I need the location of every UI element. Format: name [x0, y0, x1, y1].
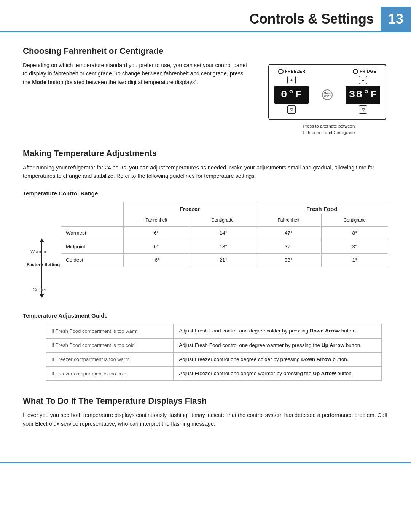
- colder-label: Colder: [33, 286, 46, 293]
- ff-f-header: Fahrenheit: [256, 214, 321, 227]
- freezer-arrows: ▲: [287, 76, 296, 84]
- table-row: Midpoint 0° -18° 37° 3°: [61, 240, 388, 253]
- page-title: Controls & Settings: [0, 9, 374, 29]
- freezer-group-header: Freezer: [124, 202, 256, 214]
- warmest-f2: 47°: [256, 227, 321, 240]
- section3-paragraph: If ever you you see both temperature dis…: [23, 411, 388, 428]
- fridge-down-arrow[interactable]: ▽: [359, 105, 367, 114]
- fridge-display-section: ▲ 38°F ▽: [346, 76, 380, 114]
- fridge-down-arrows: ▽: [359, 105, 367, 114]
- list-item: If Fresh Food compartment is too cold Ad…: [46, 338, 382, 352]
- adj-condition-4: If Freezer compartment is too cold: [46, 367, 174, 381]
- freezer-icon: [278, 69, 284, 74]
- list-item: If Fresh Food compartment is too warm Ad…: [46, 324, 382, 338]
- control-panel-area: FREEZER FRIDGE ▲ 0°F ▽: [266, 64, 388, 136]
- adj-condition-2: If Fresh Food compartment is too cold: [46, 338, 174, 352]
- table-row: Warmest 6° -14° 47° 8°: [61, 227, 388, 240]
- list-item: If Freezer compartment is too warm Adjus…: [46, 352, 382, 366]
- freshfood-group-header: Fresh Food: [256, 202, 388, 214]
- coldest-label: Coldest: [61, 253, 124, 267]
- freezer-down-arrow[interactable]: ▽: [287, 105, 296, 114]
- table-row: Coldest -6° -21° 33° 1°: [61, 253, 388, 267]
- section1-title: Choosing Fahrenheit or Centigrade: [23, 45, 388, 57]
- section3-title: What To Do If The Temperature Displays F…: [23, 395, 388, 407]
- panel-note-line1: Press to alternate between: [303, 124, 355, 128]
- freezer-label: FREEZER: [285, 69, 306, 74]
- page-header: Controls & Settings 13: [0, 0, 411, 32]
- mode-circle[interactable]: ModeC°/F°: [322, 89, 333, 100]
- midpoint-f1: 0°: [124, 240, 189, 253]
- factory-setting-label: Factory Setting: [27, 261, 60, 268]
- freezer-up-arrow[interactable]: ▲: [287, 76, 296, 84]
- midpoint-c1: -18°: [189, 240, 256, 253]
- adj-action-1: Adjust Fresh Food control one degree col…: [174, 324, 382, 338]
- adj-action-2: Adjust Fresh Food control one degree war…: [174, 338, 382, 352]
- midpoint-f2: 37°: [256, 240, 321, 253]
- page-number: 13: [381, 7, 411, 31]
- adj-action-3: Adjust Freezer control one degree colder…: [174, 352, 382, 366]
- subsection2-title: Temperature Adjustment Guide: [23, 312, 388, 320]
- adj-table: If Fresh Food compartment is too warm Ad…: [46, 324, 382, 381]
- section2-title: Making Temperature Adjustments: [23, 147, 388, 160]
- fridge-label: FRIDGE: [360, 69, 376, 74]
- warmest-f1: 6°: [124, 227, 189, 240]
- fridge-arrows: ▲: [359, 76, 367, 84]
- ff-c-header: Centigrade: [321, 214, 388, 227]
- list-item: If Freezer compartment is too cold Adjus…: [46, 367, 382, 381]
- fridge-screen: 38°F: [346, 86, 380, 104]
- fridge-label-item: FRIDGE: [353, 69, 376, 74]
- freezer-down-arrows: ▽: [287, 105, 296, 114]
- coldest-c1: -21°: [189, 253, 256, 267]
- freezer-display-section: ▲ 0°F ▽: [274, 76, 309, 114]
- arrow-column: Warmer Factory Setting Colder: [23, 202, 61, 301]
- control-panel: FREEZER FRIDGE ▲ 0°F ▽: [268, 64, 386, 120]
- warmer-label: Warmer: [30, 248, 46, 255]
- midpoint-label: Midpoint: [61, 240, 124, 253]
- table-section: Warmer Factory Setting Colder Freezer Fr…: [23, 202, 388, 301]
- freezer-label-item: FREEZER: [278, 69, 306, 74]
- temp-table: Freezer Fresh Food Fahrenheit Centigrade…: [61, 202, 388, 267]
- section1-body-area: Depending on which temperature standard …: [23, 61, 388, 136]
- midpoint-c2: 3°: [321, 240, 388, 253]
- fridge-up-arrow[interactable]: ▲: [359, 76, 367, 84]
- warmest-c1: -14°: [189, 227, 256, 240]
- panel-note-line2: Fahrenheit and Centigrade: [303, 130, 355, 135]
- adj-condition-1: If Fresh Food compartment is too warm: [46, 324, 174, 338]
- coldest-f2: 33°: [256, 253, 321, 267]
- section1-text: Depending on which temperature standard …: [23, 61, 251, 90]
- section1-paragraph: Depending on which temperature standard …: [23, 61, 251, 86]
- adj-condition-3: If Freezer compartment is too warm: [46, 352, 174, 366]
- panel-note: Press to alternate between Fahrenheit an…: [300, 123, 355, 136]
- main-content: Choosing Fahrenheit or Centigrade Depend…: [0, 32, 411, 447]
- section2-paragraph: After running your refrigerator for 24 h…: [23, 163, 388, 181]
- mode-button[interactable]: ModeC°/F°: [322, 89, 333, 100]
- warmest-label: Warmest: [61, 227, 124, 240]
- freezer-f-header: Fahrenheit: [124, 214, 189, 227]
- page-footer: [0, 462, 411, 463]
- arrow-col-inner: Warmer Factory Setting Colder: [23, 225, 61, 301]
- coldest-c2: 1°: [321, 253, 388, 267]
- warmest-c2: 8°: [321, 227, 388, 240]
- fridge-icon: [353, 69, 358, 74]
- subsection1-title: Temperature Control Range: [23, 189, 388, 198]
- adj-action-4: Adjust Freezer control one degree warmer…: [174, 367, 382, 381]
- freezer-c-header: Centigrade: [189, 214, 256, 227]
- coldest-f1: -6°: [124, 253, 189, 267]
- temp-table-wrap: Freezer Fresh Food Fahrenheit Centigrade…: [61, 202, 388, 267]
- panel-displays: ▲ 0°F ▽ ModeC°/F° ▲: [274, 76, 380, 114]
- freezer-screen: 0°F: [274, 86, 309, 104]
- panel-labels: FREEZER FRIDGE: [274, 69, 380, 74]
